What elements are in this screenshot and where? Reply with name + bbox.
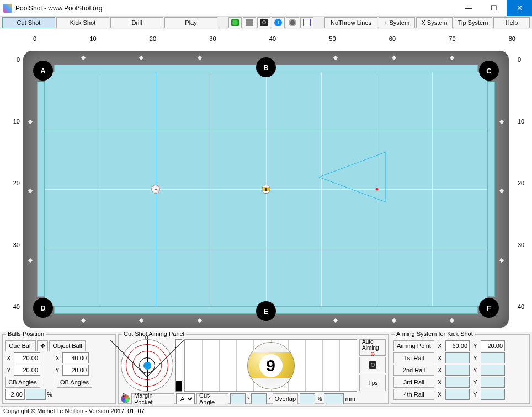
- cut-shot-button[interactable]: Cut Shot: [2, 17, 55, 28]
- kick-shot-button[interactable]: Kick Shot: [56, 17, 109, 28]
- balls-position-title: Balls Position: [6, 330, 46, 337]
- minimize-button[interactable]: —: [456, 0, 481, 16]
- app-icon: [3, 4, 12, 13]
- y-label: Y: [5, 367, 13, 373]
- rail-3-button[interactable]: 3rd Rail: [393, 377, 434, 388]
- rail1-x[interactable]: [445, 352, 470, 363]
- object-ball-9[interactable]: 9: [262, 185, 270, 194]
- plus-system-button[interactable]: + System: [379, 17, 415, 28]
- svg-marker-0: [319, 152, 385, 202]
- overlap-pct-input[interactable]: [300, 393, 315, 404]
- cue-ball[interactable]: [151, 185, 160, 194]
- auto-aiming-button[interactable]: Auto Aiming⊕: [359, 339, 386, 356]
- angle-input[interactable]: [5, 389, 25, 400]
- rail-4-button[interactable]: 4th Rail: [393, 389, 434, 400]
- ap-y-input[interactable]: [481, 340, 505, 351]
- aim-panel-title: Cut Shot Aiming Panel: [122, 330, 186, 337]
- play-button[interactable]: Play: [164, 17, 217, 28]
- maximize-button[interactable]: ☐: [481, 0, 507, 16]
- print-icon[interactable]: [243, 17, 256, 28]
- tips-button[interactable]: Tips: [359, 375, 386, 391]
- bottom-panels: Balls Position Cue Ball ✥ Object Ball X …: [0, 332, 532, 406]
- info-icon[interactable]: i: [272, 17, 285, 28]
- cue-x-input[interactable]: [14, 352, 40, 363]
- cut-angle-label: Cut-Angle: [196, 393, 228, 404]
- object-ball-button[interactable]: Object Ball: [49, 340, 86, 351]
- rail4-x[interactable]: [445, 389, 470, 400]
- pocket-b[interactable]: B: [256, 57, 276, 77]
- kick-panel-title: Aiming System for Kick Shot: [395, 330, 475, 337]
- overlap-display: 9: [184, 339, 357, 392]
- x-system-button[interactable]: X System: [416, 17, 453, 28]
- pocket-d[interactable]: D: [33, 298, 53, 318]
- aim-triangle: [319, 149, 434, 229]
- x-label: X: [5, 355, 13, 361]
- status-bar: Copyright © Michel Le Neillon - Version …: [0, 406, 532, 417]
- ruler-right: 010203040: [518, 56, 529, 310]
- big-nine-ball: 9: [247, 342, 295, 389]
- rail2-y[interactable]: [481, 365, 505, 376]
- window-title: PoolShot - www.PoolShot.org: [15, 4, 456, 12]
- tip-system-button[interactable]: Tip System: [454, 17, 492, 28]
- rail-left: [37, 82, 45, 297]
- cue-y-input[interactable]: [14, 365, 40, 376]
- table-felt[interactable]: 9: [45, 72, 487, 306]
- camera-icon: [369, 361, 376, 369]
- rail1-y[interactable]: [481, 352, 505, 363]
- title-bar: PoolShot - www.PoolShot.org — ☐ ✕: [0, 0, 532, 17]
- cut-shot-aiming-panel: Cut Shot Aiming Panel 0 0: [118, 334, 389, 404]
- drill-button[interactable]: Drill: [110, 17, 163, 28]
- pocket-e[interactable]: E: [256, 301, 276, 321]
- camera-icon[interactable]: [257, 17, 270, 28]
- overlap-mm-input[interactable]: [324, 393, 344, 404]
- angle-pct-input[interactable]: [26, 389, 46, 400]
- kick-shot-panel: Aiming System for Kick Shot Aiming Point…: [391, 334, 530, 404]
- power-icon[interactable]: [228, 17, 242, 28]
- ruler-top: 01020304050607080: [33, 35, 515, 42]
- rail-right: [487, 82, 495, 297]
- pool-table[interactable]: 9 A B C D E F: [23, 51, 509, 328]
- english-target[interactable]: [121, 339, 173, 392]
- close-button[interactable]: ✕: [507, 0, 532, 16]
- cue-ball-button[interactable]: Cue Ball: [5, 340, 36, 351]
- ob-angles-button[interactable]: OB Angles: [57, 377, 92, 388]
- move-icon[interactable]: ✥: [37, 340, 48, 351]
- overlap-label: Overlap: [273, 393, 298, 404]
- rail2-x[interactable]: [445, 365, 470, 376]
- obj-y-input[interactable]: [62, 365, 89, 376]
- margin-pocket-button[interactable]: Margin Pocket: [131, 393, 174, 404]
- rail3-y[interactable]: [481, 377, 505, 388]
- english-center-dot: [143, 362, 151, 370]
- rail3-x[interactable]: [445, 377, 470, 388]
- target-icon: ⊕: [370, 351, 375, 357]
- balls-position-panel: Balls Position Cue Ball ✥ Object Ball X …: [2, 334, 116, 404]
- cut-angle-1-input[interactable]: [230, 393, 246, 404]
- aiming-point-button[interactable]: Aiming Point: [393, 340, 434, 351]
- table-area: 01020304050607080 010203040 010203040 9: [0, 29, 532, 332]
- rail-2-button[interactable]: 2nd Rail: [393, 365, 434, 376]
- settings-icon[interactable]: [286, 17, 299, 28]
- doc-icon[interactable]: [300, 17, 313, 28]
- help-button[interactable]: Help: [493, 17, 530, 28]
- rail4-y[interactable]: [481, 389, 505, 400]
- cut-angle-2-input[interactable]: [251, 393, 267, 404]
- main-toolbar: Cut Shot Kick Shot Drill Play i NoThrow …: [0, 17, 532, 29]
- nothrow-lines-button[interactable]: NoThrow Lines: [324, 17, 377, 28]
- camera-button[interactable]: [359, 357, 386, 373]
- pocket-select[interactable]: A: [176, 393, 195, 404]
- obj-x-input[interactable]: [62, 352, 89, 363]
- pocket-c[interactable]: C: [479, 61, 499, 81]
- pocket-f[interactable]: F: [479, 298, 499, 318]
- ap-x-input[interactable]: [445, 340, 470, 351]
- pocket-a[interactable]: A: [33, 61, 53, 81]
- cb-angles-button[interactable]: CB Angles: [5, 377, 40, 388]
- rail-1-button[interactable]: 1st Rail: [393, 352, 434, 363]
- ruler-left: 010203040: [9, 56, 20, 310]
